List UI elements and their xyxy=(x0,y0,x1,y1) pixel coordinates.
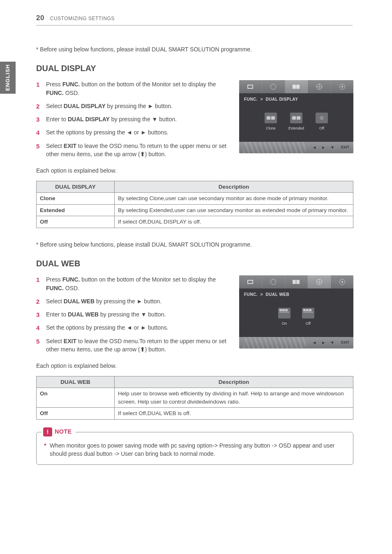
osd-breadcrumb: FUNC. > DUAL WEB xyxy=(239,289,353,301)
dual-icon xyxy=(293,85,300,89)
osd-right-icon[interactable]: ► xyxy=(321,340,325,346)
step-item: 5Select EXIT to leave the OSD menu.To re… xyxy=(36,142,231,159)
osd-tab-face[interactable] xyxy=(262,80,285,93)
step-number: 2 xyxy=(36,297,39,306)
table-row: ExtendedBy selecting Extended,user can u… xyxy=(37,204,353,216)
dual-display-block: 1Press FUNC. button on the bottom of the… xyxy=(36,80,353,163)
osd-left-icon[interactable]: ◄ xyxy=(312,340,316,346)
section-title-dual-web: DUAL WEB xyxy=(36,258,353,270)
table-intro: Each option is explained below. xyxy=(36,166,353,175)
table-intro: Each option is explained below. xyxy=(36,362,353,370)
globe-icon xyxy=(316,279,322,285)
dual-web-steps: 1Press FUNC. button on the bottom of the… xyxy=(36,275,231,358)
osd-tab-dual[interactable] xyxy=(285,80,308,93)
header-section: CUSTOMIZING SETTINGS xyxy=(50,16,115,21)
step-item: 3Enter to DUAL WEB by pressing the ▼ but… xyxy=(36,310,231,319)
osd-arrow-group: ◄ ► ▼ xyxy=(312,340,334,346)
osd-tab-web[interactable] xyxy=(308,80,331,93)
face-icon xyxy=(270,84,276,90)
dual-icon xyxy=(293,280,300,284)
target-icon xyxy=(339,84,345,90)
step-item: 1Press FUNC. button on the bottom of the… xyxy=(36,275,231,292)
step-item: 5Select EXIT to leave the OSD menu.To re… xyxy=(36,337,231,354)
osd-footer-hatch xyxy=(243,142,306,153)
step-item: 2Select DUAL WEB by pressing the ► butto… xyxy=(36,297,231,305)
osd-tab-bar xyxy=(239,275,353,289)
osd-footer: ◄ ► ▼ EXIT xyxy=(239,337,353,349)
monitor-icon xyxy=(247,280,253,284)
osd-footer-hatch xyxy=(243,337,306,349)
dual-web-block: 1Press FUNC. button on the bottom of the… xyxy=(36,275,353,358)
osd-tab-target[interactable] xyxy=(331,275,353,289)
osd-option-extended[interactable]: Extended xyxy=(288,113,304,131)
note-label: ! NOTE xyxy=(42,427,76,436)
language-tab: ENGLISH xyxy=(0,62,16,94)
globe-icon xyxy=(316,84,322,90)
osd-tab-web[interactable] xyxy=(308,275,331,289)
osd-down-icon[interactable]: ▼ xyxy=(330,145,334,151)
step-number: 4 xyxy=(36,323,39,332)
monitor-icon xyxy=(247,85,253,89)
note-box: ! NOTE When monitor goes to power saving… xyxy=(36,432,353,465)
step-item: 1Press FUNC. button on the bottom of the… xyxy=(36,80,231,97)
note-badge-icon: ! xyxy=(43,427,52,436)
table-col2-header: Description xyxy=(115,181,353,193)
osd-option-off[interactable]: Off xyxy=(302,308,314,326)
table-header-row: DUAL WEB Description xyxy=(37,376,353,388)
osd-tab-bar xyxy=(239,80,353,93)
osd-body: Clone Extended Off xyxy=(239,106,353,142)
osd-option-clone[interactable]: Clone xyxy=(265,113,277,131)
table-header-row: DUAL DISPLAY Description xyxy=(37,181,353,193)
osd-left-icon[interactable]: ◄ xyxy=(312,145,316,151)
osd-tab-monitor[interactable] xyxy=(239,275,262,289)
step-item: 4Set the options by pressing the ◄ or ► … xyxy=(36,323,231,332)
osd-tab-dual[interactable] xyxy=(285,275,308,289)
table-col1-header: DUAL DISPLAY xyxy=(37,181,115,193)
face-icon xyxy=(270,279,276,285)
up-arrow-icon: ⬆ xyxy=(140,345,145,353)
page-header: 20 CUSTOMIZING SETTINGS xyxy=(36,13,353,25)
osd-arrow-group: ◄ ► ▼ xyxy=(312,145,334,151)
table-row: CloneBy selecting Clone,user can use sec… xyxy=(37,193,353,205)
target-icon xyxy=(339,279,345,285)
osd-option-off[interactable]: Off xyxy=(316,113,328,131)
up-arrow-icon: ⬆ xyxy=(140,150,145,158)
note-item: When monitor goes to power saving mode w… xyxy=(50,441,346,458)
osd-panel-dual-web: FUNC. > DUAL WEB On Off ◄ ► ▼ EXIT xyxy=(239,275,353,349)
step-item: 4Set the options by pressing the ◄ or ► … xyxy=(36,128,231,136)
step-number: 4 xyxy=(36,128,39,137)
dual-web-table: DUAL WEB Description OnHelp user to brow… xyxy=(36,376,353,420)
step-number: 1 xyxy=(36,275,39,284)
step-number: 5 xyxy=(36,142,39,151)
osd-tab-monitor[interactable] xyxy=(239,80,262,93)
step-number: 3 xyxy=(36,115,39,124)
step-item: 3Enter to DUAL DISPLAY by pressing the ▼… xyxy=(36,115,231,123)
table-row: OffIf select Off,DUAL WEB is off. xyxy=(37,408,353,420)
page-content: * Before using below functions, please i… xyxy=(36,45,353,465)
osd-exit-button[interactable]: EXIT xyxy=(341,340,349,345)
table-col1-header: DUAL WEB xyxy=(37,376,115,388)
table-row: OnHelp user to browse web efficiently by… xyxy=(37,388,353,408)
note-title: NOTE xyxy=(55,427,71,436)
section-title-dual-display: DUAL DISPLAY xyxy=(36,62,353,74)
osd-tab-target[interactable] xyxy=(331,80,353,93)
osd-panel-dual-display: FUNC. > DUAL DISPLAY Clone Extended Off … xyxy=(239,80,353,153)
step-number: 2 xyxy=(36,102,39,111)
intro-note: * Before using below functions, please i… xyxy=(36,45,353,53)
osd-breadcrumb: FUNC. > DUAL DISPLAY xyxy=(239,93,353,106)
step-number: 3 xyxy=(36,310,39,319)
page-number: 20 xyxy=(36,14,44,22)
dual-display-steps: 1Press FUNC. button on the bottom of the… xyxy=(36,80,231,163)
osd-right-icon[interactable]: ► xyxy=(321,145,325,151)
dual-display-table: DUAL DISPLAY Description CloneBy selecti… xyxy=(36,181,353,228)
osd-exit-button[interactable]: EXIT xyxy=(341,145,349,150)
osd-down-icon[interactable]: ▼ xyxy=(330,340,334,346)
step-number: 1 xyxy=(36,80,39,89)
osd-tab-face[interactable] xyxy=(262,275,285,289)
osd-option-on[interactable]: On xyxy=(278,308,291,326)
osd-body: On Off xyxy=(239,301,353,337)
table-row: OffIf select Off,DUAL DISPLAY is off. xyxy=(37,216,353,228)
language-label: ENGLISH xyxy=(4,65,12,91)
step-item: 2Select DUAL DISPLAY by pressing the ► b… xyxy=(36,102,231,110)
intro-note-2: * Before using below functions, please i… xyxy=(36,240,353,249)
